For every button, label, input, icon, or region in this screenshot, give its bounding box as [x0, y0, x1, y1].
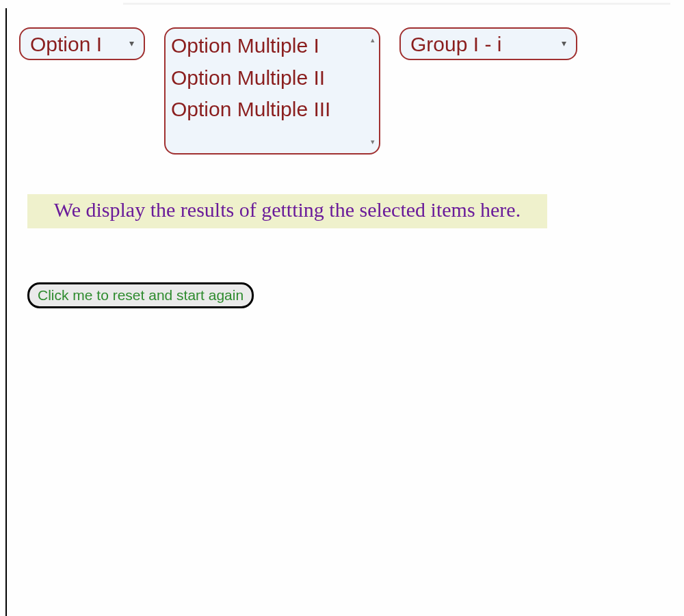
controls-row: Option I ▾ ▴ Option Multiple I Option Mu…: [19, 27, 577, 155]
reset-button[interactable]: Click me to reset and start again: [27, 282, 254, 308]
group-option-select[interactable]: Group I - i ▾: [399, 27, 577, 60]
chevron-down-icon: ▾: [562, 38, 566, 49]
single-option-select[interactable]: Option I ▾: [19, 27, 145, 60]
multi-option-listbox[interactable]: ▴ Option Multiple I Option Multiple II O…: [164, 27, 380, 155]
reset-button-label: Click me to reset and start again: [38, 287, 244, 303]
group-option-selected-label: Group I - i: [410, 33, 501, 55]
list-item[interactable]: Option Multiple II: [171, 62, 364, 94]
scroll-up-icon[interactable]: ▴: [371, 34, 375, 46]
scroll-down-icon[interactable]: ▾: [371, 136, 375, 148]
list-item[interactable]: Option Multiple III: [171, 94, 364, 126]
left-vertical-rule: [5, 8, 7, 616]
single-option-selected-label: Option I: [30, 33, 102, 55]
results-text: We display the results of gettting the s…: [54, 198, 521, 221]
results-display-panel: We display the results of gettting the s…: [27, 194, 547, 228]
list-item[interactable]: Option Multiple I: [171, 30, 364, 62]
chevron-down-icon: ▾: [129, 38, 134, 49]
top-divider: [123, 3, 670, 5]
